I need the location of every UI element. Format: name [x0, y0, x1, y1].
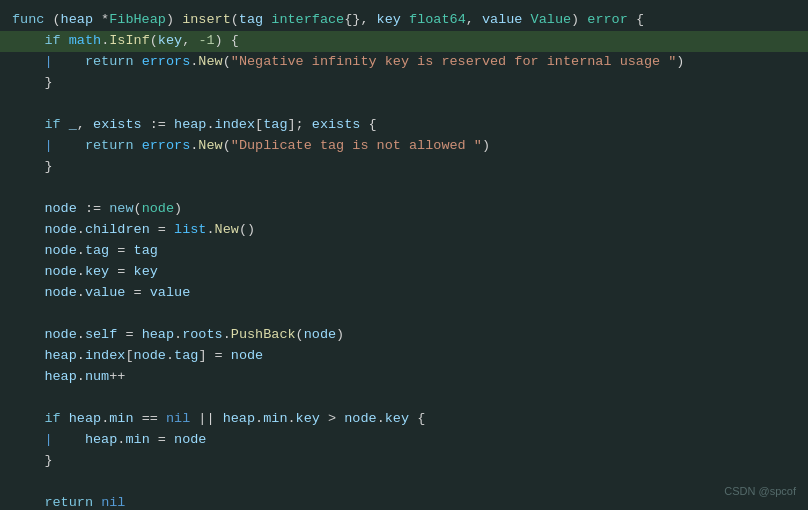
- code-line-13: node . key = key: [0, 262, 808, 283]
- code-line-19: [0, 388, 808, 409]
- code-line-9: [0, 178, 808, 199]
- code-line-2: if math . IsInf ( key , -1 ) {: [0, 31, 808, 52]
- code-line-4: }: [0, 73, 808, 94]
- code-line-6: if _ , exists := heap . index [ tag ]; e…: [0, 115, 808, 136]
- code-line-1: func ( heap * FibHeap ) insert ( tag int…: [0, 10, 808, 31]
- keyword-func: func: [12, 10, 44, 31]
- code-line-10: node := new ( node ): [0, 199, 808, 220]
- code-line-24: return nil: [0, 493, 808, 510]
- code-line-23: [0, 472, 808, 493]
- code-line-3: | return errors . New ( "Negative infini…: [0, 52, 808, 73]
- code-line-20: if heap . min == nil || heap . min . key…: [0, 409, 808, 430]
- code-line-17: heap . index [ node . tag ] = node: [0, 346, 808, 367]
- code-editor: func ( heap * FibHeap ) insert ( tag int…: [0, 0, 808, 510]
- code-line-8: }: [0, 157, 808, 178]
- code-line-12: node . tag = tag: [0, 241, 808, 262]
- code-line-11: node . children = list . New (): [0, 220, 808, 241]
- code-line-14: node . value = value: [0, 283, 808, 304]
- watermark-text: CSDN @spcof: [724, 483, 796, 500]
- code-line-16: node . self = heap . roots . PushBack ( …: [0, 325, 808, 346]
- code-line-5: [0, 94, 808, 115]
- code-line-7: | return errors . New ( "Duplicate tag i…: [0, 136, 808, 157]
- code-line-15: [0, 304, 808, 325]
- code-line-21: | heap . min = node: [0, 430, 808, 451]
- code-line-22: }: [0, 451, 808, 472]
- code-line-18: heap . num ++: [0, 367, 808, 388]
